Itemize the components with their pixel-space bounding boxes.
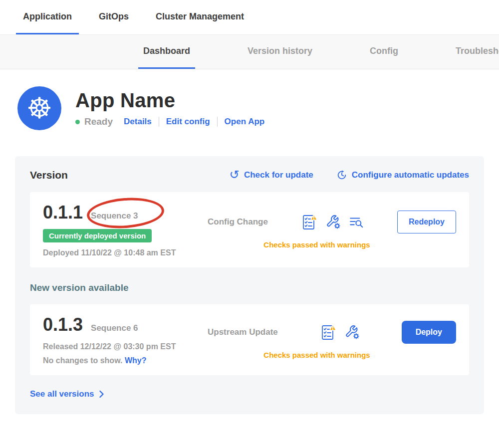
deploy-button[interactable]: Deploy	[402, 321, 456, 344]
preflight-checks-warning-icon[interactable]	[320, 324, 337, 341]
clock-refresh-icon	[336, 170, 347, 181]
version-panel-actions: ↺ Check for update Configure automatic u…	[230, 169, 469, 181]
config-wrench-icon[interactable]	[326, 215, 341, 229]
released-timestamp: Released 12/12/22 @ 03:30 pm EST	[43, 342, 208, 351]
configure-automatic-updates-link[interactable]: Configure automatic updates	[336, 170, 469, 181]
tab-label: Dashboard	[143, 46, 190, 56]
tab-troubleshoot[interactable]: Troubleshoot	[451, 35, 499, 69]
see-all-versions-label: See all versions	[30, 389, 94, 399]
version-panel: Version ↺ Check for update Configure aut…	[15, 156, 484, 414]
current-version-source: Config Change	[208, 217, 268, 227]
current-version-icons	[301, 214, 364, 230]
current-version-info: 0.1.1 Sequence 3 Currently deployed vers…	[43, 202, 208, 257]
current-version-sequence: Sequence 3	[91, 211, 138, 221]
tab-label: Config	[370, 46, 398, 56]
app-status-row: Ready Details Edit config Open App	[75, 116, 264, 127]
topnav-item-label: Cluster Management	[156, 11, 244, 22]
tab-version-history[interactable]: Version history	[243, 35, 317, 69]
new-version-heading: New version available	[30, 282, 469, 293]
new-version-info: 0.1.3 Sequence 6 Released 12/12/22 @ 03:…	[43, 314, 208, 365]
status-text: Ready	[84, 116, 113, 127]
app-sub-nav: Dashboard Version history Config Trouble…	[0, 35, 499, 69]
new-version-line: 0.1.3 Sequence 6	[43, 314, 208, 335]
tab-label: Troubleshoot	[456, 46, 499, 56]
topnav-item-cluster-management[interactable]: Cluster Management	[149, 0, 251, 34]
checks-status-warning: Checks passed with warnings	[208, 240, 456, 249]
current-version-card: 0.1.1 Sequence 3 Currently deployed vers…	[30, 192, 469, 267]
check-for-update-link[interactable]: ↺ Check for update	[230, 169, 313, 181]
current-version-main-row: Config Change	[208, 211, 456, 233]
configure-automatic-updates-label: Configure automatic updates	[352, 170, 469, 180]
view-files-search-icon[interactable]	[349, 215, 364, 229]
tab-label: Version history	[248, 46, 312, 56]
app-header-text: App Name Ready Details Edit config Open …	[75, 89, 264, 127]
tab-dashboard[interactable]: Dashboard	[138, 35, 195, 69]
status-ready-dot-icon	[75, 120, 80, 124]
refresh-icon: ↺	[230, 169, 240, 181]
app-screen: Application GitOps Cluster Management Da…	[0, 0, 499, 448]
topnav-item-gitops[interactable]: GitOps	[92, 0, 136, 34]
current-version-number: 0.1.1	[43, 202, 83, 223]
new-version-card: 0.1.3 Sequence 6 Released 12/12/22 @ 03:…	[30, 304, 469, 375]
top-nav: Application GitOps Cluster Management	[0, 0, 499, 35]
current-version-line: 0.1.1 Sequence 3	[43, 202, 208, 223]
edit-config-link[interactable]: Edit config	[166, 117, 210, 127]
topnav-item-label: Application	[23, 11, 72, 22]
open-app-link[interactable]: Open App	[225, 117, 265, 127]
app-name-title: App Name	[75, 89, 264, 112]
link-divider	[217, 117, 218, 127]
check-for-update-label: Check for update	[244, 170, 313, 180]
new-version-actions: Upstream Update	[208, 314, 456, 365]
currently-deployed-badge: Currently deployed version	[43, 229, 152, 242]
see-all-versions-link[interactable]: See all versions	[30, 389, 104, 399]
checks-status-warning: Checks passed with warnings	[208, 351, 456, 359]
new-version-source: Upstream Update	[208, 327, 278, 337]
new-version-main-row: Upstream Update	[208, 321, 456, 344]
preflight-checks-warning-icon[interactable]	[301, 214, 318, 230]
version-panel-header: Version ↺ Check for update Configure aut…	[30, 169, 469, 181]
kubernetes-logo-icon: ☸	[17, 86, 61, 130]
tab-config[interactable]: Config	[365, 35, 403, 69]
why-link[interactable]: Why?	[125, 356, 147, 365]
current-version-actions: Config Change	[208, 202, 456, 257]
no-changes-line: No changes to show. Why?	[43, 356, 208, 365]
config-wrench-icon[interactable]	[345, 325, 360, 340]
chevron-right-icon	[99, 390, 104, 398]
topnav-item-label: GitOps	[99, 11, 129, 22]
no-changes-text: No changes to show.	[43, 356, 122, 365]
details-link[interactable]: Details	[124, 117, 152, 127]
topnav-item-application[interactable]: Application	[16, 0, 79, 34]
new-version-number: 0.1.3	[43, 314, 83, 335]
redeploy-button[interactable]: Redeploy	[397, 211, 456, 233]
version-panel-title: Version	[30, 169, 68, 181]
deployed-timestamp: Deployed 11/10/22 @ 10:48 am EST	[43, 248, 208, 257]
new-version-icons	[320, 324, 360, 341]
app-header: ☸ App Name Ready Details Edit config Ope…	[17, 86, 499, 130]
helm-wheel-glyph: ☸	[26, 94, 52, 123]
new-version-sequence: Sequence 6	[91, 323, 138, 333]
link-divider	[159, 117, 159, 127]
